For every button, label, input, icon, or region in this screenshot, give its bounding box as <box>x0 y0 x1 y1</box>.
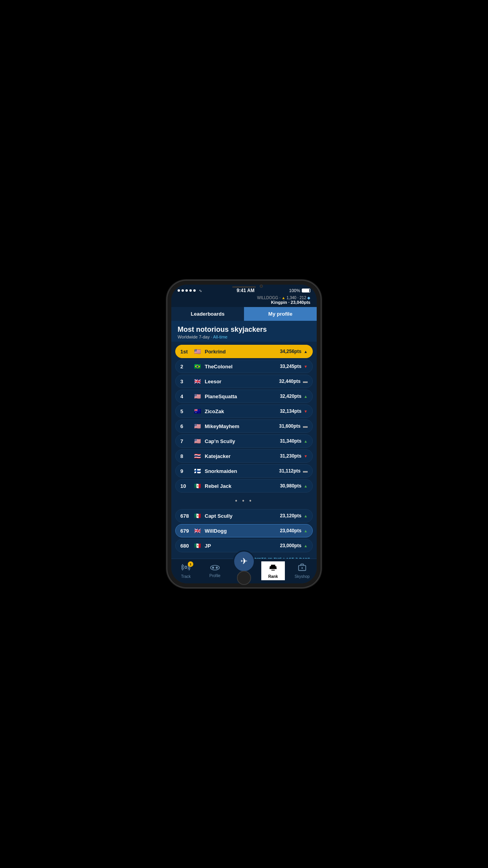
leaderboard-row-2[interactable]: 2 🇧🇷 TheColonel 33,245pts ▼ <box>175 360 313 373</box>
gem-amount: 212 <box>300 296 306 300</box>
nav-skyshop-label: Skyshop <box>295 574 310 579</box>
points-text: 31,112pts <box>279 468 301 474</box>
username-text: Snorkmaiden <box>205 468 279 474</box>
svg-rect-4 <box>271 570 275 570</box>
leaderboard-row-1[interactable]: 1st 🇺🇸 Porkrind 34,256pts ▲ <box>175 345 313 358</box>
username-text: MikeyMayhem <box>205 423 279 429</box>
tab-leaderboards[interactable]: Leaderboards <box>171 307 244 321</box>
nav-skyshop[interactable]: Skyshop <box>290 563 314 579</box>
user-info-bar: WILLDOGG · ▲ 1,340 · 212 ◆ Kingpin · 23,… <box>171 295 317 307</box>
svg-point-2 <box>212 566 214 568</box>
flag-icon: 🇬🇧 <box>193 528 202 534</box>
nav-rank[interactable]: Rank <box>261 561 285 580</box>
leaderboard-row-8[interactable]: 8 🇹🇭 Katejacker 31,230pts ▼ <box>175 449 313 463</box>
username-text: TheColonel <box>205 364 280 370</box>
svg-point-0 <box>185 566 187 568</box>
flag-icon: 🇺🇸 <box>193 423 202 429</box>
leaderboard-row-10[interactable]: 10 🇲🇽 Rebel Jack 30,980pts ▲ <box>175 479 313 493</box>
nav-rank-label: Rank <box>268 574 278 579</box>
username-text: Capt Scully <box>205 513 280 519</box>
signal-dot-5 <box>193 289 196 292</box>
points-text: 33,245pts <box>280 364 301 369</box>
username-text: PlaneSquatta <box>205 394 280 399</box>
rank-number: 680 <box>180 543 191 549</box>
points-text: 31,340pts <box>280 438 301 444</box>
username-text: Porkrind <box>205 349 280 355</box>
leaderboard-row-4[interactable]: 4 🇺🇸 PlaneSquatta 32,420pts ▲ <box>175 390 313 403</box>
rank-icon <box>269 563 277 574</box>
nearby-row-679[interactable]: 679 🇬🇧 WillDogg 23,040pts ▲ <box>175 524 313 537</box>
skyjack-button[interactable]: ✈ <box>233 550 255 572</box>
section-title: Most notorious skyjackers <box>178 326 310 334</box>
leaderboard-row-7[interactable]: 7 🇺🇸 Cap'n Scully 31,340pts ▲ <box>175 434 313 448</box>
rank-number: 9 <box>180 468 191 474</box>
battery-bar <box>302 289 310 292</box>
nearby-row-678[interactable]: 678 🇲🇽 Capt Scully 23,120pts ▲ <box>175 509 313 522</box>
section-header: Most notorious skyjackers Worldwide 7-da… <box>171 321 317 342</box>
username-text: Rebel Jack <box>205 483 280 489</box>
status-time: 9:41 AM <box>237 288 255 293</box>
trend-icon: ▼ <box>304 409 308 414</box>
wifi-icon: ∿ <box>199 289 202 293</box>
flag-icon: 🇺🇸 <box>193 438 202 444</box>
flag-icon: 🇦🇺 <box>193 408 202 414</box>
battery-fill <box>302 289 309 292</box>
trend-icon: ▲ <box>304 394 308 399</box>
points-text: 23,040pts <box>280 528 301 533</box>
signal-dot-1 <box>178 289 180 292</box>
signal-dot-2 <box>182 289 184 292</box>
nav-track[interactable]: 1 Track <box>174 563 198 579</box>
nearby-list: 678 🇲🇽 Capt Scully 23,120pts ▲ 679 🇬🇧 Wi… <box>171 506 317 555</box>
leaderboard-row-3[interactable]: 3 🇬🇧 Leesor 32,440pts ▬ <box>175 375 313 388</box>
battery-percent: 100% <box>289 288 300 293</box>
leaderboard-row-6[interactable]: 6 🇺🇸 MikeyMayhem 31,600pts ▬ <box>175 419 313 433</box>
rank-number: 2 <box>180 364 191 370</box>
points-text: 30,980pts <box>280 483 301 489</box>
tab-bar: Leaderboards My profile <box>171 307 317 321</box>
rank-number: 5 <box>180 408 191 414</box>
subtitle-period: Worldwide 7-day <box>178 335 210 339</box>
leaderboard-row-5[interactable]: 5 🇦🇺 ZicoZak 32,134pts ▼ <box>175 405 313 418</box>
username-text: Cap'n Scully <box>205 438 280 444</box>
trend-icon: ▲ <box>304 349 308 354</box>
svg-point-3 <box>216 566 218 568</box>
flag-icon: 🇺🇸 <box>193 348 202 355</box>
points-text: 31,600pts <box>279 423 301 429</box>
points-text: 32,420pts <box>280 394 301 399</box>
coin-amount: 1,340 <box>286 296 296 300</box>
flag-icon: 🇫🇮 <box>193 468 202 474</box>
nav-profile[interactable]: Profile <box>203 564 227 578</box>
leaderboard-list: 1st 🇺🇸 Porkrind 34,256pts ▲ 2 🇧🇷 TheColo… <box>171 342 317 496</box>
points-text: 23,000pts <box>280 543 301 548</box>
rank-number: 10 <box>180 483 191 489</box>
track-badge: 1 <box>188 561 193 567</box>
flag-icon: 🇺🇸 <box>193 393 202 399</box>
main-content: Most notorious skyjackers Worldwide 7-da… <box>171 321 317 559</box>
trend-icon: ▲ <box>304 439 308 443</box>
rank-number: 1st <box>180 349 191 355</box>
skyshop-icon <box>298 563 306 574</box>
points-text: 31,230pts <box>280 453 301 459</box>
rank-number: 4 <box>180 394 191 399</box>
rank-number: 678 <box>180 513 191 519</box>
trend-icon: ▲ <box>304 514 308 518</box>
rank-number: 7 <box>180 438 191 444</box>
nav-track-label: Track <box>181 574 191 579</box>
rank-number: 6 <box>180 423 191 429</box>
user-rank-row: Kingpin · 23,040pts <box>178 300 310 305</box>
trend-icon: ▬ <box>303 468 308 474</box>
skyjack-icon: ✈ <box>240 556 248 566</box>
dots-separator: • • • <box>171 496 317 506</box>
leaderboard-row-9[interactable]: 9 🇫🇮 Snorkmaiden 31,112pts ▬ <box>175 464 313 478</box>
username-text: WillDogg <box>205 528 280 534</box>
user-coins-row: WILLDOGG · ▲ 1,340 · 212 ◆ <box>178 296 310 300</box>
flag-icon: 🇲🇽 <box>193 542 202 549</box>
flag-icon: 🇲🇽 <box>193 483 202 489</box>
header-username: WILLDOGG <box>257 296 278 300</box>
tab-myprofile[interactable]: My profile <box>244 307 317 321</box>
trend-icon: ▲ <box>304 529 308 533</box>
signal-dot-4 <box>189 289 192 292</box>
signal-indicators: ∿ <box>178 289 202 293</box>
trend-icon: ▬ <box>303 379 308 384</box>
coin-icon: ▲ <box>281 296 285 300</box>
